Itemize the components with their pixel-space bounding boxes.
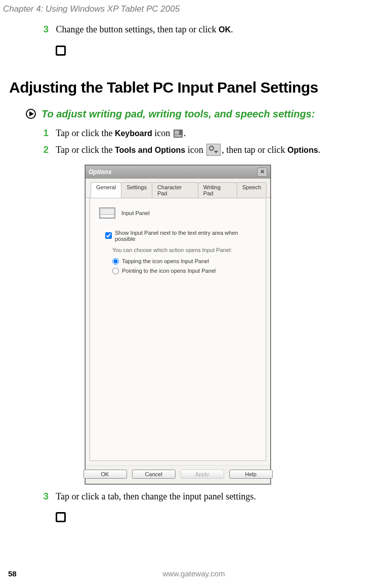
radio-label: Tapping the icon opens Input Panel [122, 258, 209, 264]
show-input-panel-checkbox[interactable] [105, 232, 112, 239]
step-2: 2 Tap or click the Tools and Options ico… [55, 143, 374, 157]
radio-label: Pointing to the icon opens Input Panel [122, 268, 216, 274]
step-punct: . [184, 128, 186, 138]
options-dialog: Options ✕ General Settings Character Pad… [85, 165, 271, 484]
dialog-tabs: General Settings Character Pad Writing P… [86, 179, 270, 198]
step-text: Change the button settings, then tap or … [56, 24, 219, 34]
dialog-button-row: OK Cancel Apply Help [86, 465, 270, 484]
step-text: icon [185, 145, 205, 155]
dialog-titlebar[interactable]: Options ✕ [86, 165, 270, 179]
tab-speech[interactable]: Speech [237, 182, 267, 198]
apply-button[interactable]: Apply [181, 470, 224, 479]
step-text: Tap or click the [56, 128, 115, 138]
help-button[interactable]: Help [229, 470, 273, 479]
step-1: 1 Tap or click the Keyboard icon . [55, 126, 374, 140]
tab-panel-general: Input Panel Show Input Panel next to the… [90, 198, 266, 461]
radio-group-desc: You can choose which action opens Input … [112, 247, 257, 253]
end-of-section-icon [56, 46, 66, 56]
panel-title: Input Panel [121, 210, 150, 216]
keyboard-icon [174, 130, 183, 138]
options-label: Options [287, 146, 318, 154]
tab-character-pad[interactable]: Character Pad [152, 182, 198, 198]
step-number: 2 [41, 143, 49, 157]
close-icon[interactable]: ✕ [257, 167, 267, 177]
step-number: 3 [41, 22, 49, 36]
footer-url: www.gateway.com [162, 569, 225, 578]
procedure-heading: To adjust writing pad, writing tools, an… [41, 108, 315, 120]
ok-button[interactable]: OK [83, 470, 127, 479]
cancel-button[interactable]: Cancel [132, 470, 176, 479]
step-text: Tap or click the [56, 145, 115, 155]
keyboard-label: Keyboard [115, 129, 152, 138]
step-number: 1 [41, 126, 49, 140]
checkbox-label: Show Input Panel next to the text entry … [115, 230, 257, 242]
step-text: , then tap or click [222, 145, 287, 155]
section-heading: Adjusting the Tablet PC Input Panel Sett… [9, 79, 374, 96]
page-number: 58 [8, 569, 17, 578]
tapping-opens-radio[interactable] [112, 258, 119, 265]
tools-options-icon [206, 144, 221, 156]
ok-label: OK [219, 25, 231, 34]
tab-writing-pad[interactable]: Writing Pad [198, 182, 237, 198]
pointing-opens-radio[interactable] [112, 268, 119, 274]
procedure-play-icon [25, 108, 36, 119]
dialog-title: Options [89, 169, 111, 176]
tab-general[interactable]: General [91, 182, 121, 198]
tools-options-label: Tools and Options [115, 146, 185, 154]
step-text: Tap or click a tab, then change the inpu… [56, 491, 256, 501]
step-3-top: 3 Change the button settings, then tap o… [55, 22, 374, 36]
tab-settings[interactable]: Settings [121, 182, 152, 198]
input-panel-icon [99, 207, 115, 219]
end-of-section-icon [56, 512, 66, 522]
svg-marker-1 [29, 111, 34, 116]
page-footer: 58 www.gateway.com [0, 569, 379, 578]
step-text: icon [152, 128, 173, 138]
step-3: 3 Tap or click a tab, then change the in… [55, 489, 374, 503]
step-number: 3 [41, 489, 49, 503]
chapter-header: Chapter 4: Using Windows XP Tablet PC 20… [3, 4, 180, 14]
step-punct: . [318, 145, 321, 155]
step-text-tail: . [231, 24, 233, 34]
